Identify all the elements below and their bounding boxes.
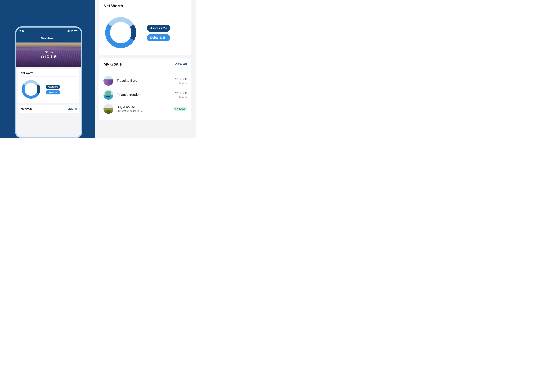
goal-avatar (103, 76, 113, 86)
wifi-icon (70, 30, 73, 32)
status-bar: 9:41 (16, 28, 81, 34)
net-worth-body: Assets 73% Debts 33% (21, 77, 77, 100)
card-title: My Goals (103, 62, 122, 67)
svg-point-17 (109, 96, 110, 97)
legend-assets: Assets 73% (46, 85, 60, 89)
svg-rect-1 (67, 31, 68, 32)
my-goals-card-large: My Goals View All Travel to Euro$10,000b… (99, 58, 191, 120)
net-worth-card-large: Net Worth Assets 73% Debts 33% (99, 0, 191, 55)
svg-point-14 (106, 96, 107, 97)
goal-right: $10,000by 2030 (175, 91, 187, 98)
net-worth-body: Assets 73% Debts 33% (99, 12, 191, 55)
greeting-text: Kia Ora (45, 51, 53, 53)
legend: Assets 73% Debts 33% (46, 85, 60, 94)
svg-rect-19 (103, 104, 113, 108)
goal-row[interactable]: Travel to Euro$10,000by 2030 (103, 74, 187, 88)
menu-icon[interactable] (19, 36, 23, 40)
phone-frame: 9:41 Dashboard (15, 26, 82, 138)
app-header: Dashboard (16, 34, 81, 43)
goal-deadline: by 2030 (175, 81, 187, 84)
goal-row[interactable]: Finance freedom$10,000by 2030 (103, 88, 187, 102)
donut-chart (21, 79, 41, 100)
card-title: Net Worth (103, 4, 123, 8)
svg-point-16 (108, 96, 109, 97)
phone-screen: 9:41 Dashboard (16, 28, 81, 137)
svg-rect-20 (103, 108, 113, 110)
goal-main: Finance freedom (117, 93, 172, 97)
goal-name: Travel to Euro (117, 79, 172, 83)
svg-rect-10 (103, 79, 113, 86)
status-icons (67, 30, 78, 32)
goal-amount: $10,000 (175, 91, 187, 95)
status-badge: complete (173, 107, 187, 111)
goal-right: complete (173, 107, 187, 111)
battery-icon (74, 30, 78, 32)
goal-name: Finance freedom (117, 93, 172, 97)
goals-list: Travel to Euro$10,000by 2030Finance free… (99, 70, 191, 120)
goal-main: Travel to Euro (117, 79, 172, 83)
svg-rect-13 (103, 95, 113, 100)
svg-rect-8 (103, 76, 113, 79)
card-header: My Goals View All (99, 58, 191, 70)
goal-row[interactable]: Buy a houseBuy my first house in NZcompl… (103, 102, 187, 116)
card-header: Net Worth (99, 0, 191, 12)
svg-rect-3 (69, 30, 69, 32)
goal-deadline: by 2030 (175, 95, 187, 98)
goal-avatar (103, 90, 113, 100)
donut-chart (103, 15, 138, 50)
hero-banner: Kia Ora Archie (16, 43, 81, 67)
phone-content: Net Worth Assets 73% Debts 33% (16, 67, 81, 137)
card-title: My Goals (21, 107, 32, 110)
svg-rect-2 (68, 30, 69, 32)
card-header: Net Worth (21, 71, 77, 77)
svg-point-15 (107, 96, 108, 97)
svg-rect-0 (67, 31, 67, 32)
view-all-link[interactable]: View All (175, 62, 187, 66)
header-title: Dashboard (19, 37, 79, 40)
net-worth-card[interactable]: Net Worth Assets 73% Debts 33% (18, 69, 79, 103)
legend-assets: Assets 73% (147, 25, 170, 32)
svg-rect-5 (74, 30, 77, 31)
legend-debts: Debts 33% (147, 34, 170, 41)
card-header: My Goals View All (21, 107, 77, 110)
greeting-name: Archie (41, 53, 57, 59)
legend-debts: Debts 33% (46, 90, 60, 94)
goal-right: $10,000by 2030 (175, 77, 187, 84)
my-goals-card[interactable]: My Goals View All (18, 105, 79, 113)
cell-signal-icon (67, 30, 69, 32)
goal-avatar (103, 104, 113, 114)
left-panel: 9:41 Dashboard (0, 0, 95, 138)
goal-name: Buy a house (117, 105, 170, 109)
goal-main: Buy a houseBuy my first house in NZ (117, 105, 170, 112)
legend: Assets 73% Debts 33% (147, 25, 170, 41)
right-panel: Net Worth Assets 73% Debts 33% My Goals … (95, 0, 196, 138)
view-all-link[interactable]: View All (68, 107, 77, 110)
goal-subtitle: Buy my first house in NZ (117, 110, 170, 112)
card-title: Net Worth (21, 71, 33, 75)
svg-rect-6 (78, 30, 78, 31)
goal-amount: $10,000 (175, 77, 187, 81)
status-time: 9:41 (20, 29, 24, 32)
